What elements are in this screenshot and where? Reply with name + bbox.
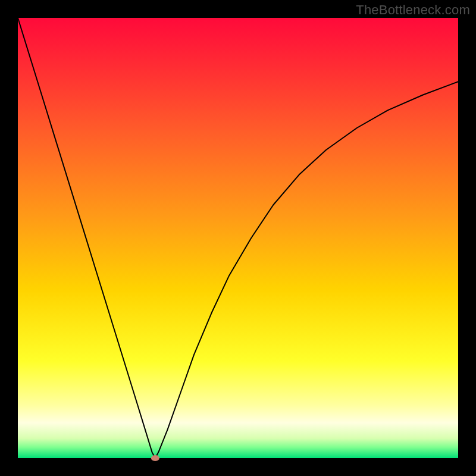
minimum-marker (151, 455, 159, 461)
bottleneck-chart (0, 0, 476, 476)
watermark-text: TheBottleneck.com (356, 2, 470, 18)
gradient-background (18, 18, 458, 458)
chart-frame: TheBottleneck.com (0, 0, 476, 476)
